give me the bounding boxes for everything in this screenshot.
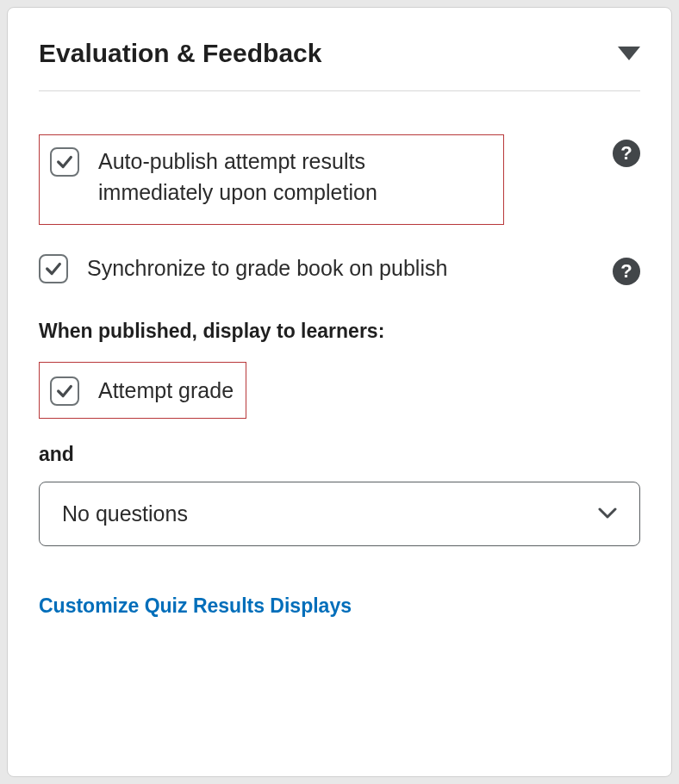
sync-gradebook-option: Synchronize to grade book on publish ? [39, 252, 640, 285]
svg-marker-0 [618, 47, 640, 60]
question-mark-icon: ? [620, 260, 632, 283]
sync-gradebook-label: Synchronize to grade book on publish [87, 252, 447, 283]
checkmark-icon [55, 382, 74, 401]
divider [39, 90, 640, 91]
sync-gradebook-checkbox[interactable] [39, 254, 68, 283]
auto-publish-help-icon[interactable]: ? [613, 140, 640, 167]
customize-results-link[interactable]: Customize Quiz Results Displays [39, 594, 352, 618]
questions-dropdown-value: No questions [62, 501, 188, 526]
sync-gradebook-help-icon[interactable]: ? [613, 258, 640, 285]
auto-publish-highlight: Auto-publish attempt results immediately… [39, 134, 504, 225]
checkmark-icon [55, 152, 74, 171]
checkmark-icon [44, 259, 63, 278]
questions-dropdown[interactable]: No questions [39, 482, 640, 546]
panel-title: Evaluation & Feedback [39, 39, 321, 68]
attempt-grade-checkbox[interactable] [50, 376, 79, 406]
auto-publish-option: Auto-publish attempt results immediately… [39, 134, 640, 225]
question-mark-icon: ? [620, 142, 632, 165]
panel-header[interactable]: Evaluation & Feedback [39, 39, 640, 68]
attempt-grade-label: Attempt grade [98, 375, 234, 406]
display-section-heading: When published, display to learners: [39, 320, 640, 343]
auto-publish-checkbox[interactable] [50, 147, 79, 177]
attempt-grade-highlight: Attempt grade [39, 362, 246, 419]
auto-publish-label: Auto-publish attempt results immediately… [98, 146, 460, 208]
collapse-icon [618, 47, 640, 60]
attempt-grade-option: Attempt grade [39, 362, 640, 419]
and-label: and [39, 443, 640, 466]
chevron-down-icon [598, 507, 617, 520]
evaluation-feedback-panel: Evaluation & Feedback Auto-publish attem… [7, 7, 672, 777]
